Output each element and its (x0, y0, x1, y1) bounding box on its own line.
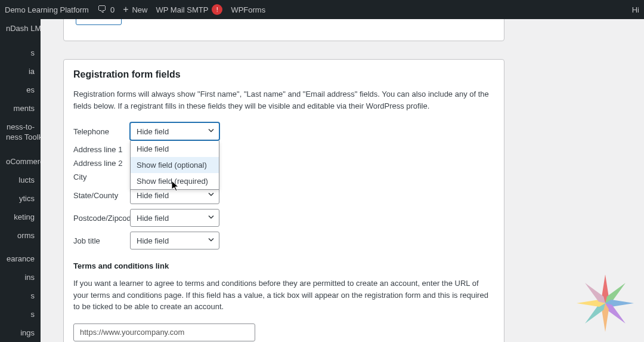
chevron-down-icon (208, 236, 215, 245)
adminbar-left: Demo Learning Platform 🗨 0 + New WP Mail… (5, 4, 265, 15)
section-title: Registration form fields (73, 69, 494, 80)
select-value: Hide field (137, 236, 169, 245)
wp-admin-bar: Demo Learning Platform 🗨 0 + New WP Mail… (0, 0, 644, 19)
wpforms-link[interactable]: WPForms (231, 5, 265, 14)
field-label: Telephone (73, 127, 130, 136)
field-row-postcode: Postcode/Zipcode Hide field (73, 209, 494, 227)
smtp-warning-badge: ! (212, 4, 222, 15)
telephone-select[interactable]: Hide field (130, 122, 219, 140)
select-value: Hide field (137, 127, 169, 136)
sidebar-item[interactable]: ings (0, 323, 41, 342)
terms-url-input[interactable] (73, 323, 255, 341)
field-label: Address line 2 (73, 159, 130, 168)
field-label: City (73, 172, 130, 181)
field-label: Postcode/Zipcode (73, 214, 130, 223)
new-content-link[interactable]: + New (123, 4, 147, 15)
field-label: State/County (73, 191, 130, 200)
field-label: Address line 1 (73, 145, 130, 154)
field-label: Job title (73, 236, 130, 245)
terms-heading: Terms and conditions link (73, 261, 494, 270)
sidebar-item[interactable]: orms (0, 226, 41, 245)
terms-description: If you want a learner to agree to terms … (73, 278, 494, 313)
sidebar-item[interactable]: ness-to-ness Toolkit (0, 118, 41, 147)
add-new-button[interactable]: Add new (76, 19, 122, 25)
telephone-dropdown: Hide field Show field (optional) Show fi… (130, 141, 219, 190)
comments-link[interactable]: 🗨 0 (97, 4, 114, 15)
jobtitle-select[interactable]: Hide field (130, 232, 219, 249)
field-row-telephone: Telephone Hide field Hide field Show fie… (73, 122, 494, 140)
dropdown-option-hide[interactable]: Hide field (131, 141, 219, 157)
sidebar-item[interactable]: ins (0, 268, 41, 286)
field-row-jobtitle: Job title Hide field (73, 232, 494, 249)
hi-label: Hi (632, 5, 639, 14)
site-name: Demo Learning Platform (5, 5, 89, 14)
dropdown-option-optional[interactable]: Show field (optional) (131, 157, 219, 173)
sidebar-item[interactable]: keting (0, 208, 41, 226)
wpforms-label: WPForms (231, 5, 265, 14)
postcode-select[interactable]: Hide field (130, 209, 219, 227)
chevron-down-icon (208, 191, 215, 200)
main-content: Add new Registration form fields Registr… (41, 19, 644, 342)
sidebar-item[interactable]: ments (0, 99, 41, 118)
sidebar-item[interactable]: ia (0, 62, 41, 81)
chevron-down-icon (208, 214, 215, 223)
chevron-down-icon (208, 127, 215, 136)
new-label: New (132, 5, 147, 14)
comment-icon: 🗨 (97, 4, 107, 15)
section-description: Registration forms will always show "Fir… (73, 88, 494, 112)
comment-count: 0 (110, 5, 114, 14)
plus-icon: + (123, 4, 128, 15)
sidebar-item[interactable]: earance (0, 249, 41, 268)
panel-top: Add new (63, 19, 504, 41)
sidebar-item[interactable]: lucts (0, 171, 41, 189)
sidebar-item[interactable]: s (0, 286, 41, 305)
select-value: Hide field (137, 191, 169, 200)
wp-mail-smtp-link[interactable]: WP Mail SMTP ! (156, 4, 223, 15)
sidebar-item[interactable]: es (0, 81, 41, 99)
registration-panel: Registration form fields Registration fo… (63, 59, 504, 342)
select-value: Hide field (137, 214, 169, 223)
sidebar-item[interactable]: oCommerce (0, 152, 41, 171)
sidebar-item[interactable]: s (0, 305, 41, 323)
sidebar-item[interactable]: nDash LMS (0, 19, 41, 38)
site-link[interactable]: Demo Learning Platform (5, 5, 89, 14)
admin-sidebar: nDash LMS s ia es ments ness-to-ness Too… (0, 19, 41, 342)
wp-mail-smtp-label: WP Mail SMTP (156, 5, 209, 14)
dropdown-option-required[interactable]: Show field (required) (131, 173, 219, 189)
sidebar-item[interactable]: ytics (0, 189, 41, 208)
sidebar-item[interactable]: s (0, 44, 41, 62)
user-greeting[interactable]: Hi (632, 5, 639, 14)
